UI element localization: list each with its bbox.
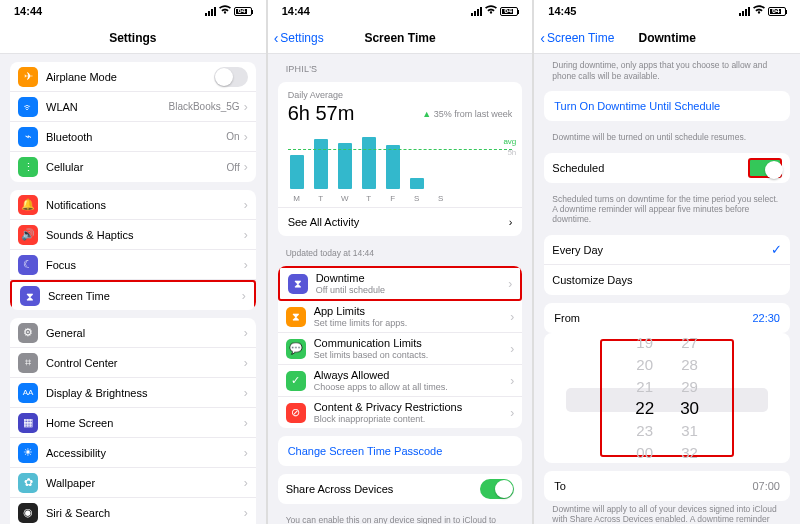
battery-icon: 64 bbox=[768, 7, 786, 16]
row-general[interactable]: ⚙General› bbox=[10, 318, 256, 348]
chevron-right-icon: › bbox=[244, 416, 248, 430]
bar-T bbox=[314, 139, 328, 189]
row-label: Control Center bbox=[46, 357, 244, 369]
signal-icon bbox=[205, 7, 216, 16]
row-accessibility[interactable]: ☀Accessibility› bbox=[10, 438, 256, 468]
scheduled-row[interactable]: Scheduled bbox=[544, 153, 790, 183]
picker-min-32[interactable]: 32 bbox=[681, 444, 698, 462]
status-time: 14:44 bbox=[282, 5, 310, 17]
picker-hour-22[interactable]: 22 bbox=[635, 400, 654, 418]
page-title: Settings bbox=[0, 31, 266, 45]
row-label: Screen Time bbox=[48, 290, 242, 302]
chevron-right-icon: › bbox=[510, 310, 514, 324]
row-display-brightness[interactable]: AADisplay & Brightness› bbox=[10, 378, 256, 408]
picker-hour-19[interactable]: 19 bbox=[636, 334, 653, 352]
time-picker[interactable]: 192021222300 272829303132 bbox=[544, 333, 790, 463]
picker-min-30[interactable]: 30 bbox=[680, 400, 699, 418]
access-icon: ☀ bbox=[18, 443, 38, 463]
row-focus[interactable]: ☾Focus› bbox=[10, 250, 256, 280]
picker-hour-21[interactable]: 21 bbox=[636, 378, 653, 396]
row-app-limits[interactable]: ⧗App LimitsSet time limits for apps.› bbox=[278, 301, 523, 333]
bar-chart: avg5hMTWTFSS bbox=[288, 133, 513, 189]
chevron-right-icon: › bbox=[509, 216, 513, 228]
row-value: BlackBooks_5G bbox=[169, 101, 240, 112]
picker-minutes[interactable]: 272829303132 bbox=[680, 334, 699, 462]
see-all-activity-row[interactable]: See All Activity › bbox=[278, 207, 523, 228]
row-airplane-mode[interactable]: ✈Airplane Mode bbox=[10, 62, 256, 92]
group-notifications: 🔔Notifications›🔊Sounds & Haptics›☾Focus›… bbox=[10, 190, 256, 310]
row-label: Content & Privacy Restrictions bbox=[314, 401, 511, 413]
picker-min-28[interactable]: 28 bbox=[681, 356, 698, 374]
hourglass-icon: ⧗ bbox=[20, 286, 40, 306]
row-content-privacy-restrictions[interactable]: ⊘Content & Privacy RestrictionsBlock ina… bbox=[278, 397, 523, 428]
to-value: 07:00 bbox=[752, 480, 780, 492]
chevron-right-icon: › bbox=[244, 258, 248, 272]
usage-chart-card[interactable]: Daily Average 6h 57m ▲ 35% from last wee… bbox=[278, 82, 523, 236]
back-label: Settings bbox=[280, 31, 323, 45]
to-row[interactable]: To 07:00 bbox=[544, 471, 790, 501]
change-passcode-label: Change Screen Time Passcode bbox=[288, 445, 443, 457]
chevron-right-icon: › bbox=[244, 228, 248, 242]
checkmark-icon: ✓ bbox=[771, 242, 782, 257]
owner-header: IPHIL'S bbox=[268, 54, 533, 76]
row-wallpaper[interactable]: ✿Wallpaper› bbox=[10, 468, 256, 498]
intro-text: During downtime, only apps that you choo… bbox=[534, 54, 800, 83]
row-label: Accessibility bbox=[46, 447, 244, 459]
row-bluetooth[interactable]: ⌁BluetoothOn› bbox=[10, 122, 256, 152]
row-wlan[interactable]: ᯤWLANBlackBooks_5G› bbox=[10, 92, 256, 122]
picker-hour-20[interactable]: 20 bbox=[636, 356, 653, 374]
check-icon: ✓ bbox=[286, 371, 306, 391]
chevron-right-icon: › bbox=[244, 356, 248, 370]
row-control-center[interactable]: ⌗Control Center› bbox=[10, 348, 256, 378]
from-row[interactable]: From 22:30 bbox=[544, 303, 790, 333]
picker-min-31[interactable]: 31 bbox=[681, 422, 698, 440]
row-label: Siri & Search bbox=[46, 507, 244, 519]
row-communication-limits[interactable]: 💬Communication LimitsSet limits based on… bbox=[278, 333, 523, 365]
wifi-icon bbox=[753, 5, 765, 17]
picker-hour-23[interactable]: 23 bbox=[636, 422, 653, 440]
picker-hour-00[interactable]: 00 bbox=[636, 444, 653, 462]
every-day-row[interactable]: Every Day ✓ bbox=[544, 235, 790, 265]
scheduled-toggle[interactable] bbox=[748, 158, 782, 178]
group-days: Every Day ✓ Customize Days bbox=[544, 235, 790, 295]
row-label: Home Screen bbox=[46, 417, 244, 429]
picker-min-29[interactable]: 29 bbox=[681, 378, 698, 396]
battery-icon: 64 bbox=[234, 7, 252, 16]
row-label: Sounds & Haptics bbox=[46, 229, 244, 241]
row-label: General bbox=[46, 327, 244, 339]
group-share: Share Across Devices bbox=[278, 474, 523, 504]
scheduled-note: Scheduled turns on downtime for the time… bbox=[534, 191, 800, 227]
row-label: Wallpaper bbox=[46, 477, 244, 489]
back-button[interactable]: ‹ Settings bbox=[268, 31, 324, 45]
from-label: From bbox=[554, 312, 580, 324]
share-across-devices-row[interactable]: Share Across Devices bbox=[278, 474, 523, 504]
group-connectivity: ✈Airplane ModeᯤWLANBlackBooks_5G›⌁Blueto… bbox=[10, 62, 256, 182]
row-siri-search[interactable]: ◉Siri & Search› bbox=[10, 498, 256, 524]
row-notifications[interactable]: 🔔Notifications› bbox=[10, 190, 256, 220]
customize-days-row[interactable]: Customize Days bbox=[544, 265, 790, 295]
updated-text: Updated today at 14:44 bbox=[268, 244, 533, 258]
picker-min-27[interactable]: 27 bbox=[681, 334, 698, 352]
chevron-right-icon: › bbox=[244, 446, 248, 460]
sound-icon: 🔊 bbox=[18, 225, 38, 245]
row-label: Bluetooth bbox=[46, 131, 226, 143]
picker-hours[interactable]: 192021222300 bbox=[635, 334, 654, 462]
row-downtime[interactable]: ⧗DowntimeOff until schedule› bbox=[278, 266, 523, 301]
turn-on-downtime-button[interactable]: Turn On Downtime Until Schedule bbox=[544, 91, 790, 121]
share-label: Share Across Devices bbox=[286, 483, 481, 495]
siri-icon: ◉ bbox=[18, 503, 38, 523]
change-passcode-button[interactable]: Change Screen Time Passcode bbox=[278, 436, 523, 466]
share-toggle[interactable] bbox=[480, 479, 514, 499]
see-all-label: See All Activity bbox=[288, 216, 509, 228]
row-sounds-haptics[interactable]: 🔊Sounds & Haptics› bbox=[10, 220, 256, 250]
row-screen-time[interactable]: ⧗Screen Time› bbox=[10, 280, 256, 310]
toggle[interactable] bbox=[214, 67, 248, 87]
row-cellular[interactable]: ⋮CellularOff› bbox=[10, 152, 256, 182]
row-home-screen[interactable]: ▦Home Screen› bbox=[10, 408, 256, 438]
row-label: Cellular bbox=[46, 161, 227, 173]
chevron-right-icon: › bbox=[244, 476, 248, 490]
back-button[interactable]: ‹ Screen Time bbox=[534, 31, 614, 45]
row-always-allowed[interactable]: ✓Always AllowedChoose apps to allow at a… bbox=[278, 365, 523, 397]
row-label: Airplane Mode bbox=[46, 71, 214, 83]
row-subtitle: Set limits based on contacts. bbox=[314, 350, 511, 360]
